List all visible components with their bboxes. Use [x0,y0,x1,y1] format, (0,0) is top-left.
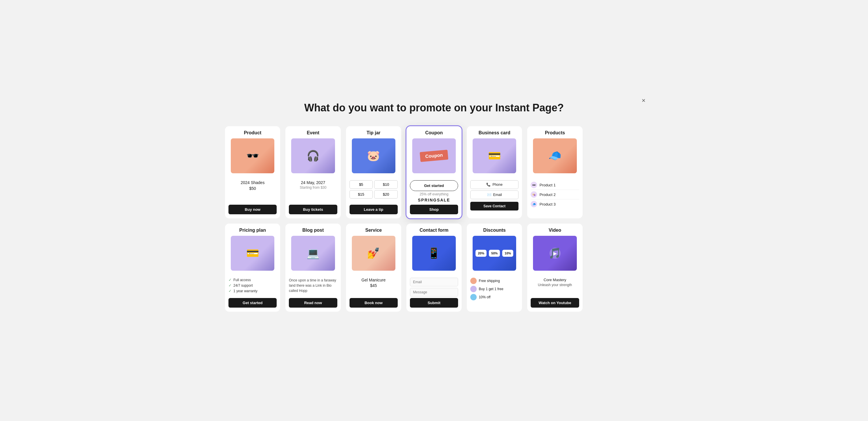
card-service-title: Service [346,224,401,236]
product-1-icon: 🕶️ [531,182,537,188]
coupon-off-text: 25% off everything [410,192,458,196]
service-name: Gel Manicure [349,278,398,282]
buy-tickets-button[interactable]: Buy tickets [289,205,337,214]
product-name: 2024 Shades [228,180,277,185]
card-event: Event 24 May, 2027 Starting from $30 Buy… [285,126,341,218]
cards-row-2: Pricing plan ✓ Full access ✓ 24/7 suppor… [225,224,643,312]
card-pricing-plan: Pricing plan ✓ Full access ✓ 24/7 suppor… [225,224,280,312]
product-2-name: Product 2 [539,193,556,197]
play-icon: ▶ [550,248,561,259]
card-pricing-title: Pricing plan [225,224,280,236]
product-1-name: Product 1 [539,183,556,187]
card-tip-jar: Tip jar $5 $10 $15 $20 Leave a tip [346,126,401,218]
product-price: $50 [228,186,277,191]
discount-label-2: Buy 1 get 1 free [479,287,503,291]
leave-tip-button[interactable]: Leave a tip [349,205,398,214]
discount-label-1: Free shipping [479,279,500,283]
card-blog-title: Blog post [285,224,341,236]
discount-icon-3 [470,294,477,300]
cards-row-1: Product 2024 Shades $50 Buy now Event 24… [225,126,643,218]
tip-15-button[interactable]: $15 [349,190,373,199]
get-started-button[interactable]: Get started [228,298,277,308]
service-image [352,236,395,271]
discount-item-1: Free shipping [470,278,519,284]
tip-5-button[interactable]: $5 [349,180,373,189]
email-button[interactable]: ✉️ Email [470,191,519,199]
email-icon: ✉️ [487,193,492,197]
pricing-feature-2: ✓ 24/7 support [228,283,277,287]
product-3-icon: 🧢 [531,201,537,207]
card-biz-title: Business card [467,126,522,138]
video-image: ▶ [533,236,577,271]
tip-20-button[interactable]: $20 [374,190,398,199]
video-subtitle: Unleash your strength [531,283,579,287]
biz-image [473,138,516,173]
email-label: Email [493,193,502,197]
coupon-image: Coupon [412,138,456,173]
card-event-title: Event [285,126,341,138]
event-image [291,138,335,173]
card-blog-post: Blog post Once upon a time in a faraway … [285,224,341,312]
card-business-card: Business card 📞 Phone ✉️ Email Save Cont… [467,126,522,218]
blog-excerpt: Once upon a time in a faraway land there… [289,278,337,293]
save-contact-button[interactable]: Save Contact [470,202,519,210]
discount-icon-1 [470,278,477,284]
product-item-2[interactable]: 👒 Product 2 [531,190,579,199]
card-products: Products 🕶️ Product 1 👒 Product 2 🧢 Prod… [527,126,582,218]
tip-10-button[interactable]: $10 [374,180,398,189]
product-item-3[interactable]: 🧢 Product 3 [531,199,579,209]
discount-tag-2: 50% [489,250,500,257]
card-service: Service Gel Manicure $45 Book now [346,224,401,312]
read-now-button[interactable]: Read now [289,298,337,308]
card-coupon: Coupon Coupon Get started 25% off everyt… [406,126,462,218]
contact-image [412,236,456,271]
card-coupon-title: Coupon [406,126,462,138]
product-3-name: Product 3 [539,202,556,206]
close-button[interactable]: × [639,95,649,106]
watch-youtube-button[interactable]: Watch on Youtube [531,298,579,308]
discounts-image: 20% 50% 10% [473,236,516,271]
event-date: 24 May, 2027 [289,180,337,185]
event-from: Starting from $30 [289,186,337,190]
phone-button[interactable]: 📞 Phone [470,180,519,189]
submit-button[interactable]: Submit [410,298,458,308]
check-icon-2: ✓ [228,283,232,287]
blog-image [291,236,335,271]
card-discounts-title: Discounts [467,224,522,236]
pricing-feature-3: ✓ 1 year warranty [228,289,277,293]
coupon-get-started-button[interactable]: Get started [410,180,458,191]
discount-item-3: 10% off [470,294,519,300]
card-video-title: Video [527,224,582,236]
coupon-code: SPRINGSALE [410,198,458,202]
discount-label-3: 10% off [479,295,490,299]
feature-1-label: Full access [234,278,251,282]
video-title-text: Core Mastery [531,278,579,282]
service-price: $45 [349,283,398,288]
pricing-feature-1: ✓ Full access [228,278,277,282]
card-discounts: Discounts 20% 50% 10% Free shipping Buy … [467,224,522,312]
product-image [231,138,274,173]
check-icon-3: ✓ [228,289,232,293]
check-icon-1: ✓ [228,278,232,282]
phone-label: Phone [492,183,502,187]
discount-icon-2 [470,286,477,292]
shop-button[interactable]: Shop [410,205,458,214]
buy-now-button[interactable]: Buy now [228,205,277,214]
feature-3-label: 1 year warranty [234,289,257,293]
email-field[interactable] [410,278,458,286]
modal-title: What do you want to promote on your Inst… [225,101,643,115]
discount-tag-1: 20% [475,250,487,257]
card-products-title: Products [527,126,582,138]
book-now-button[interactable]: Book now [349,298,398,308]
discount-tag-3: 10% [502,250,513,257]
card-product-title: Product [225,126,280,138]
tip-amounts: $5 $10 $15 $20 [349,180,398,199]
empty-slot [588,224,643,312]
message-field[interactable] [410,288,458,297]
tip-image [352,138,395,173]
card-contact-form: Contact form Submit [406,224,462,312]
product-2-icon: 👒 [531,191,537,198]
discount-item-2: Buy 1 get 1 free [470,286,519,292]
feature-2-label: 24/7 support [234,283,253,287]
product-item-1[interactable]: 🕶️ Product 1 [531,180,579,190]
